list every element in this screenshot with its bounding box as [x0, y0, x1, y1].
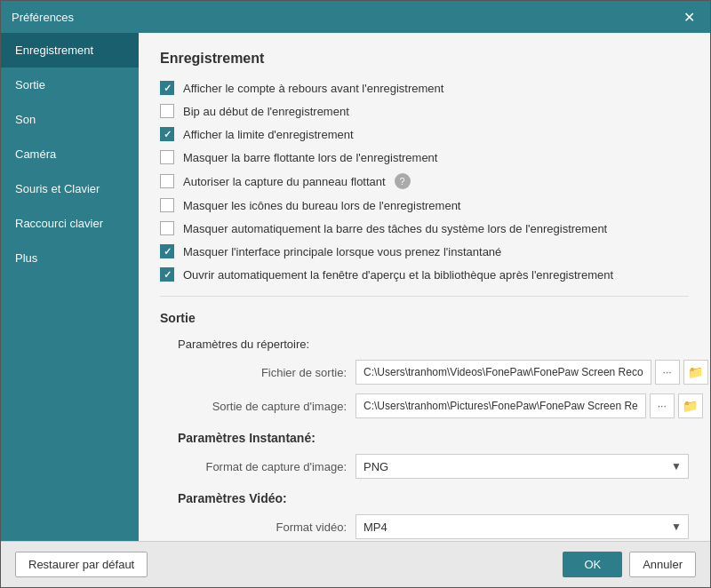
- checkbox-row-8: Masquer l'interface principale lorsque v…: [160, 244, 689, 258]
- checkbox-3[interactable]: [160, 127, 174, 141]
- format-image-select-wrapper: PNG JPG BMP ▼: [356, 454, 689, 479]
- fichier-sortie-group: Fichier de sortie: C:\Users\tranhom\Vide…: [178, 360, 689, 385]
- checkbox-4[interactable]: [160, 150, 174, 164]
- params-repertoire-label: Paramètres du répertoire:: [178, 338, 689, 351]
- checkbox-row-2: Bip au début de l'enregistrement: [160, 104, 689, 118]
- checkbox-label-3: Afficher la limite d'enregistrement: [183, 128, 354, 141]
- sortie-image-label: Sortie de capture d'image:: [178, 400, 356, 413]
- fichier-sortie-dots-button[interactable]: ···: [655, 360, 680, 385]
- format-image-label: Format de capture d'image:: [178, 460, 356, 473]
- format-video-select[interactable]: MP4 AVI MOV FLV TS GIF: [356, 514, 689, 539]
- checkbox-label-4: Masquer la barre flottante lors de l'enr…: [183, 151, 437, 164]
- checkbox-row-6: Masquer les icônes du bureau lors de l'e…: [160, 198, 689, 212]
- sortie-section-title: Sortie: [160, 311, 689, 325]
- params-video-label: Paramètres Vidéo:: [178, 491, 689, 505]
- dialog-title: Préférences: [12, 11, 74, 24]
- footer: Restaurer par défaut OK Annuler: [1, 541, 710, 587]
- close-button[interactable]: ✕: [678, 6, 699, 28]
- checkbox-8[interactable]: [160, 244, 174, 258]
- checkbox-2[interactable]: [160, 104, 174, 118]
- format-video-controls: MP4 AVI MOV FLV TS GIF ▼: [356, 514, 689, 539]
- checkbox-label-2: Bip au début de l'enregistrement: [183, 105, 349, 118]
- format-video-select-wrapper: MP4 AVI MOV FLV TS GIF ▼: [356, 514, 689, 539]
- action-buttons: OK Annuler: [563, 552, 696, 577]
- dialog-content: Enregistrement Sortie Son Caméra Souris …: [1, 33, 710, 541]
- checkbox-label-1: Afficher le compte à rebours avant l'enr…: [183, 82, 443, 95]
- sidebar-item-enregistrement[interactable]: Enregistrement: [1, 33, 139, 68]
- format-video-label: Format vidéo:: [178, 520, 356, 534]
- checkbox-7[interactable]: [160, 221, 174, 235]
- sidebar-item-camera[interactable]: Caméra: [1, 137, 139, 171]
- help-icon[interactable]: ?: [395, 173, 411, 189]
- sidebar-item-sortie[interactable]: Sortie: [1, 68, 139, 102]
- checkbox-row-5: Autoriser la capture du panneau flottant…: [160, 173, 689, 189]
- main-panel: Enregistrement Afficher le compte à rebo…: [139, 33, 710, 541]
- sidebar: Enregistrement Sortie Son Caméra Souris …: [1, 33, 139, 541]
- checkbox-6[interactable]: [160, 198, 174, 212]
- checkbox-label-7: Masquer automatiquement la barre des tâc…: [183, 222, 607, 235]
- format-video-group: Format vidéo: MP4 AVI MOV FLV TS GIF: [178, 514, 689, 539]
- checkbox-row-4: Masquer la barre flottante lors de l'enr…: [160, 150, 689, 164]
- fichier-sortie-label: Fichier de sortie:: [178, 366, 356, 379]
- params-instantane-label: Paramètres Instantané:: [178, 431, 689, 445]
- sidebar-item-son[interactable]: Son: [1, 102, 139, 137]
- ok-button[interactable]: OK: [563, 552, 622, 577]
- checkbox-row-7: Masquer automatiquement la barre des tâc…: [160, 221, 689, 235]
- checkbox-row-9: Ouvrir automatiquement la fenêtre d'aper…: [160, 267, 689, 282]
- checkbox-label-6: Masquer les icônes du bureau lors de l'e…: [183, 199, 460, 212]
- sidebar-item-souris-clavier[interactable]: Souris et Clavier: [1, 171, 139, 206]
- checkbox-5[interactable]: [160, 174, 174, 188]
- sortie-image-group: Sortie de capture d'image: C:\Users\tran…: [178, 393, 689, 418]
- sidebar-item-plus[interactable]: Plus: [1, 241, 139, 275]
- fichier-sortie-controls: C:\Users\tranhom\Videos\FonePaw\FonePaw …: [356, 360, 708, 385]
- checkbox-label-5: Autoriser la capture du panneau flottant: [183, 175, 386, 188]
- checkbox-row-3: Afficher la limite d'enregistrement: [160, 127, 689, 141]
- sortie-image-controls: C:\Users\tranhom\Pictures\FonePaw\FonePa…: [356, 393, 703, 418]
- divider-1: [160, 296, 689, 297]
- format-image-controls: PNG JPG BMP ▼: [356, 454, 689, 479]
- sidebar-item-raccourci[interactable]: Raccourci clavier: [1, 206, 139, 241]
- sortie-image-folder-button[interactable]: 📁: [678, 393, 703, 418]
- checkbox-row-1: Afficher le compte à rebours avant l'enr…: [160, 81, 689, 95]
- restore-default-button[interactable]: Restaurer par défaut: [15, 552, 148, 577]
- checkbox-9[interactable]: [160, 267, 174, 282]
- checkbox-label-8: Masquer l'interface principale lorsque v…: [183, 245, 501, 258]
- checkbox-1[interactable]: [160, 81, 174, 95]
- cancel-button[interactable]: Annuler: [629, 552, 696, 577]
- format-image-select[interactable]: PNG JPG BMP: [356, 454, 689, 479]
- title-bar: Préférences ✕: [1, 1, 710, 33]
- format-image-group: Format de capture d'image: PNG JPG BMP ▼: [178, 454, 689, 479]
- fichier-sortie-input[interactable]: C:\Users\tranhom\Videos\FonePaw\FonePaw …: [356, 360, 651, 385]
- fichier-sortie-folder-button[interactable]: 📁: [683, 360, 708, 385]
- checkbox-label-9: Ouvrir automatiquement la fenêtre d'aper…: [183, 268, 613, 282]
- sortie-image-dots-button[interactable]: ···: [650, 393, 675, 418]
- sortie-image-input[interactable]: C:\Users\tranhom\Pictures\FonePaw\FonePa…: [356, 393, 646, 418]
- section-title: Enregistrement: [160, 51, 689, 67]
